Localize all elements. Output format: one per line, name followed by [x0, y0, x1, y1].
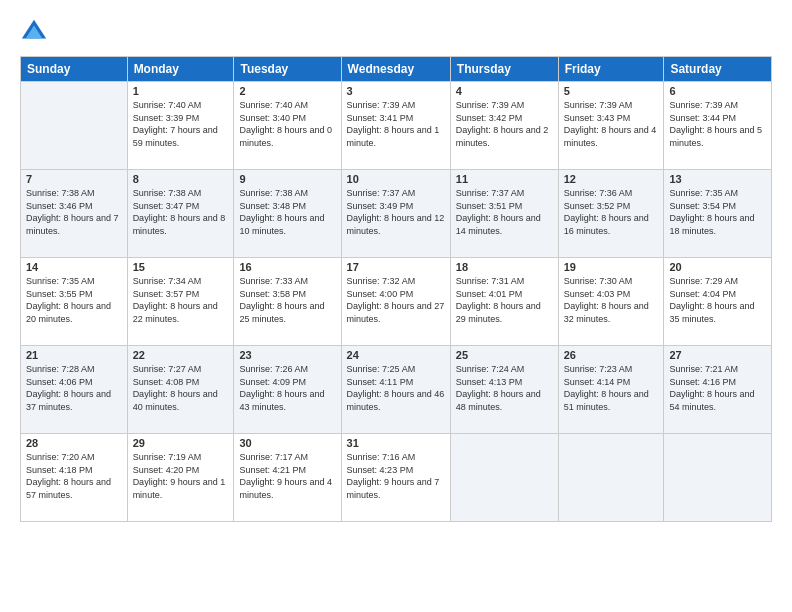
day-info: Sunrise: 7:20 AMSunset: 4:18 PMDaylight:… [26, 451, 122, 501]
calendar-cell: 19Sunrise: 7:30 AMSunset: 4:03 PMDayligh… [558, 258, 664, 346]
day-number: 7 [26, 173, 122, 185]
day-number: 5 [564, 85, 659, 97]
calendar-cell: 12Sunrise: 7:36 AMSunset: 3:52 PMDayligh… [558, 170, 664, 258]
day-info: Sunrise: 7:30 AMSunset: 4:03 PMDaylight:… [564, 275, 659, 325]
day-number: 16 [239, 261, 335, 273]
calendar-cell: 9Sunrise: 7:38 AMSunset: 3:48 PMDaylight… [234, 170, 341, 258]
day-info: Sunrise: 7:19 AMSunset: 4:20 PMDaylight:… [133, 451, 229, 501]
day-number: 6 [669, 85, 766, 97]
day-info: Sunrise: 7:27 AMSunset: 4:08 PMDaylight:… [133, 363, 229, 413]
calendar-cell: 2Sunrise: 7:40 AMSunset: 3:40 PMDaylight… [234, 82, 341, 170]
calendar-cell: 10Sunrise: 7:37 AMSunset: 3:49 PMDayligh… [341, 170, 450, 258]
calendar-cell: 18Sunrise: 7:31 AMSunset: 4:01 PMDayligh… [450, 258, 558, 346]
day-number: 4 [456, 85, 553, 97]
calendar-cell [664, 434, 772, 522]
day-number: 22 [133, 349, 229, 361]
calendar-cell: 3Sunrise: 7:39 AMSunset: 3:41 PMDaylight… [341, 82, 450, 170]
day-info: Sunrise: 7:38 AMSunset: 3:48 PMDaylight:… [239, 187, 335, 237]
day-info: Sunrise: 7:21 AMSunset: 4:16 PMDaylight:… [669, 363, 766, 413]
day-number: 24 [347, 349, 445, 361]
calendar-cell: 27Sunrise: 7:21 AMSunset: 4:16 PMDayligh… [664, 346, 772, 434]
day-number: 3 [347, 85, 445, 97]
logo-icon [20, 18, 48, 46]
day-info: Sunrise: 7:35 AMSunset: 3:55 PMDaylight:… [26, 275, 122, 325]
header-row: SundayMondayTuesdayWednesdayThursdayFrid… [21, 57, 772, 82]
day-number: 9 [239, 173, 335, 185]
calendar-cell [450, 434, 558, 522]
day-number: 29 [133, 437, 229, 449]
calendar-cell: 30Sunrise: 7:17 AMSunset: 4:21 PMDayligh… [234, 434, 341, 522]
day-number: 23 [239, 349, 335, 361]
day-header-sunday: Sunday [21, 57, 128, 82]
day-info: Sunrise: 7:25 AMSunset: 4:11 PMDaylight:… [347, 363, 445, 413]
week-row-0: 1Sunrise: 7:40 AMSunset: 3:39 PMDaylight… [21, 82, 772, 170]
day-number: 17 [347, 261, 445, 273]
calendar-cell: 5Sunrise: 7:39 AMSunset: 3:43 PMDaylight… [558, 82, 664, 170]
day-info: Sunrise: 7:39 AMSunset: 3:41 PMDaylight:… [347, 99, 445, 149]
day-info: Sunrise: 7:28 AMSunset: 4:06 PMDaylight:… [26, 363, 122, 413]
calendar-table: SundayMondayTuesdayWednesdayThursdayFrid… [20, 56, 772, 522]
week-row-1: 7Sunrise: 7:38 AMSunset: 3:46 PMDaylight… [21, 170, 772, 258]
day-number: 1 [133, 85, 229, 97]
page: SundayMondayTuesdayWednesdayThursdayFrid… [0, 0, 792, 612]
day-number: 15 [133, 261, 229, 273]
day-number: 31 [347, 437, 445, 449]
day-header-thursday: Thursday [450, 57, 558, 82]
day-number: 14 [26, 261, 122, 273]
calendar-cell: 24Sunrise: 7:25 AMSunset: 4:11 PMDayligh… [341, 346, 450, 434]
day-number: 10 [347, 173, 445, 185]
day-number: 12 [564, 173, 659, 185]
calendar-cell: 6Sunrise: 7:39 AMSunset: 3:44 PMDaylight… [664, 82, 772, 170]
calendar-cell: 14Sunrise: 7:35 AMSunset: 3:55 PMDayligh… [21, 258, 128, 346]
day-info: Sunrise: 7:39 AMSunset: 3:42 PMDaylight:… [456, 99, 553, 149]
day-number: 26 [564, 349, 659, 361]
day-info: Sunrise: 7:39 AMSunset: 3:44 PMDaylight:… [669, 99, 766, 149]
day-number: 20 [669, 261, 766, 273]
header [20, 18, 772, 46]
day-info: Sunrise: 7:36 AMSunset: 3:52 PMDaylight:… [564, 187, 659, 237]
day-number: 25 [456, 349, 553, 361]
day-info: Sunrise: 7:16 AMSunset: 4:23 PMDaylight:… [347, 451, 445, 501]
day-info: Sunrise: 7:26 AMSunset: 4:09 PMDaylight:… [239, 363, 335, 413]
day-header-wednesday: Wednesday [341, 57, 450, 82]
day-number: 28 [26, 437, 122, 449]
day-info: Sunrise: 7:40 AMSunset: 3:39 PMDaylight:… [133, 99, 229, 149]
day-header-saturday: Saturday [664, 57, 772, 82]
week-row-4: 28Sunrise: 7:20 AMSunset: 4:18 PMDayligh… [21, 434, 772, 522]
day-info: Sunrise: 7:37 AMSunset: 3:51 PMDaylight:… [456, 187, 553, 237]
calendar-cell: 1Sunrise: 7:40 AMSunset: 3:39 PMDaylight… [127, 82, 234, 170]
calendar-cell: 7Sunrise: 7:38 AMSunset: 3:46 PMDaylight… [21, 170, 128, 258]
day-number: 21 [26, 349, 122, 361]
day-info: Sunrise: 7:38 AMSunset: 3:47 PMDaylight:… [133, 187, 229, 237]
day-info: Sunrise: 7:37 AMSunset: 3:49 PMDaylight:… [347, 187, 445, 237]
day-number: 11 [456, 173, 553, 185]
calendar-cell: 21Sunrise: 7:28 AMSunset: 4:06 PMDayligh… [21, 346, 128, 434]
week-row-3: 21Sunrise: 7:28 AMSunset: 4:06 PMDayligh… [21, 346, 772, 434]
calendar-cell: 22Sunrise: 7:27 AMSunset: 4:08 PMDayligh… [127, 346, 234, 434]
day-info: Sunrise: 7:35 AMSunset: 3:54 PMDaylight:… [669, 187, 766, 237]
day-info: Sunrise: 7:39 AMSunset: 3:43 PMDaylight:… [564, 99, 659, 149]
day-info: Sunrise: 7:17 AMSunset: 4:21 PMDaylight:… [239, 451, 335, 501]
day-number: 18 [456, 261, 553, 273]
day-number: 13 [669, 173, 766, 185]
day-number: 19 [564, 261, 659, 273]
calendar-cell: 17Sunrise: 7:32 AMSunset: 4:00 PMDayligh… [341, 258, 450, 346]
calendar-cell: 26Sunrise: 7:23 AMSunset: 4:14 PMDayligh… [558, 346, 664, 434]
day-number: 8 [133, 173, 229, 185]
day-info: Sunrise: 7:34 AMSunset: 3:57 PMDaylight:… [133, 275, 229, 325]
day-info: Sunrise: 7:31 AMSunset: 4:01 PMDaylight:… [456, 275, 553, 325]
calendar-cell: 15Sunrise: 7:34 AMSunset: 3:57 PMDayligh… [127, 258, 234, 346]
day-header-tuesday: Tuesday [234, 57, 341, 82]
calendar-cell: 11Sunrise: 7:37 AMSunset: 3:51 PMDayligh… [450, 170, 558, 258]
calendar-cell: 20Sunrise: 7:29 AMSunset: 4:04 PMDayligh… [664, 258, 772, 346]
calendar-cell: 8Sunrise: 7:38 AMSunset: 3:47 PMDaylight… [127, 170, 234, 258]
calendar-cell: 25Sunrise: 7:24 AMSunset: 4:13 PMDayligh… [450, 346, 558, 434]
day-info: Sunrise: 7:23 AMSunset: 4:14 PMDaylight:… [564, 363, 659, 413]
calendar-cell [558, 434, 664, 522]
day-info: Sunrise: 7:24 AMSunset: 4:13 PMDaylight:… [456, 363, 553, 413]
day-info: Sunrise: 7:32 AMSunset: 4:00 PMDaylight:… [347, 275, 445, 325]
day-info: Sunrise: 7:38 AMSunset: 3:46 PMDaylight:… [26, 187, 122, 237]
logo [20, 18, 50, 46]
day-info: Sunrise: 7:33 AMSunset: 3:58 PMDaylight:… [239, 275, 335, 325]
calendar-cell: 28Sunrise: 7:20 AMSunset: 4:18 PMDayligh… [21, 434, 128, 522]
